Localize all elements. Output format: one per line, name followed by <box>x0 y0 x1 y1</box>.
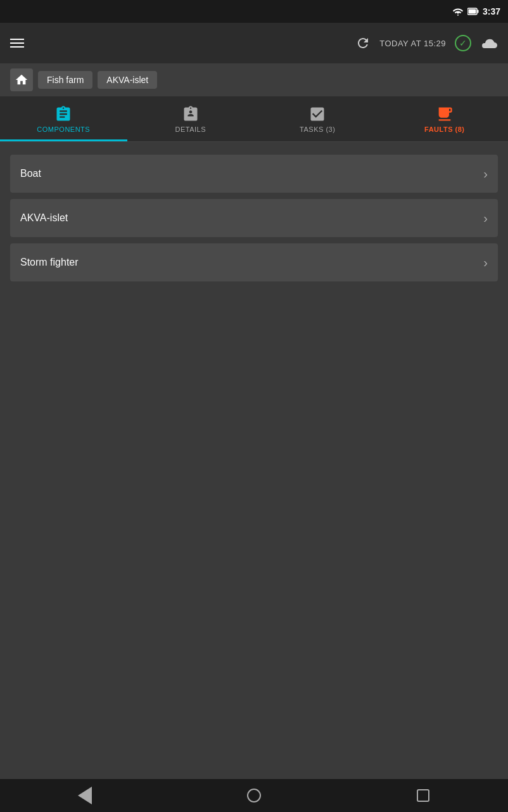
status-icons: 3:37 <box>452 6 500 16</box>
battery-icon <box>467 8 479 15</box>
faults-tab-icon <box>436 105 454 123</box>
back-button[interactable] <box>72 783 98 808</box>
list-item-akva-islet-label: AKVA-islet <box>20 212 68 224</box>
details-tab-icon <box>182 105 200 123</box>
menu-button[interactable] <box>10 39 24 48</box>
content-area: Boat › AKVA-islet › Storm fighter › <box>0 142 508 294</box>
top-bar-right: TODAY AT 15:29 ✓ <box>355 35 498 51</box>
faults-label-text: FAULTS (8) <box>424 126 464 133</box>
list-item-boat[interactable]: Boat › <box>10 155 498 193</box>
cloud-icon <box>480 37 498 49</box>
list-item-storm-fighter[interactable]: Storm fighter › <box>10 243 498 281</box>
home-icon[interactable] <box>10 68 33 91</box>
chevron-right-icon-akva: › <box>483 211 488 226</box>
wifi-icon <box>452 7 464 16</box>
list-item-boat-label: Boat <box>20 168 41 179</box>
tab-components-label: COMPONENTS <box>37 126 90 133</box>
bottom-nav <box>0 779 508 812</box>
tab-components[interactable]: COMPONENTS <box>0 96 127 141</box>
tab-tasks-label: TASKS (3) <box>300 126 335 133</box>
breadcrumb-bar: Fish farm AKVA-islet <box>0 63 508 96</box>
tab-faults[interactable]: FAULTS (8) <box>381 96 509 141</box>
status-bar: 3:37 <box>0 0 508 23</box>
tasks-tab-icon <box>308 105 326 123</box>
breadcrumb-fish-farm[interactable]: Fish farm <box>38 71 92 89</box>
svg-rect-2 <box>468 10 476 14</box>
tab-faults-label: FAULTS (8) <box>424 126 464 133</box>
tab-details[interactable]: DETAILS <box>127 96 255 141</box>
tabs-bar: COMPONENTS DETAILS TASKS (3) FAULTS (8) <box>0 96 508 142</box>
today-label: TODAY AT 15:29 <box>379 39 446 48</box>
components-tab-icon <box>54 105 72 123</box>
breadcrumb-akva-islet[interactable]: AKVA-islet <box>98 71 157 89</box>
tab-tasks[interactable]: TASKS (3) <box>254 96 381 141</box>
recents-button[interactable] <box>410 783 436 808</box>
home-button[interactable] <box>241 783 267 808</box>
check-circle-icon: ✓ <box>455 35 471 51</box>
chevron-right-icon-boat: › <box>483 167 488 181</box>
list-item-akva-islet[interactable]: AKVA-islet › <box>10 199 498 237</box>
tab-details-label: DETAILS <box>175 126 206 133</box>
refresh-icon[interactable] <box>355 35 371 51</box>
svg-rect-1 <box>477 10 478 13</box>
top-bar: TODAY AT 15:29 ✓ <box>0 23 508 63</box>
chevron-right-icon-storm: › <box>483 255 488 270</box>
status-time: 3:37 <box>483 6 500 16</box>
list-item-storm-fighter-label: Storm fighter <box>20 257 79 268</box>
